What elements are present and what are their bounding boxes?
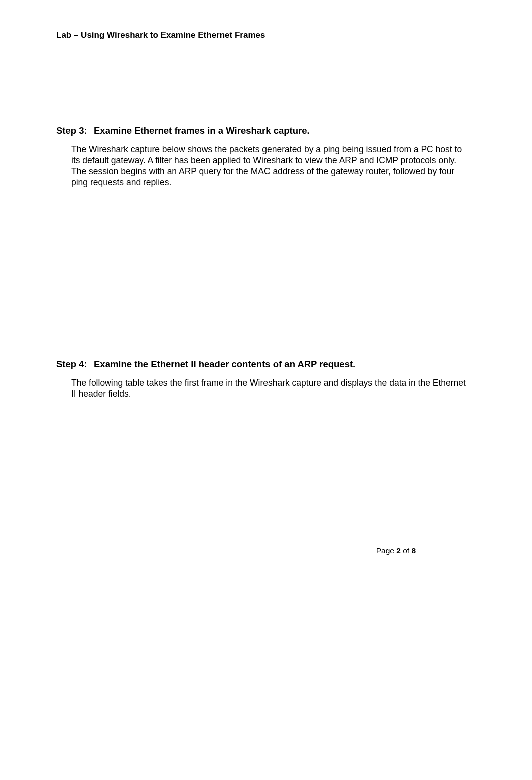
step3-label: Step 3: — [56, 125, 94, 136]
step3-body: The Wireshark capture below shows the pa… — [71, 144, 472, 188]
footer-page-current: 2 — [396, 546, 401, 555]
page-footer: Page 2 of 8 — [376, 546, 416, 555]
figure-placeholder — [56, 188, 472, 359]
step3-heading: Step 3: Examine Ethernet frames in a Wir… — [56, 125, 472, 136]
footer-prefix: Page — [376, 546, 397, 555]
page-running-header: Lab – Using Wireshark to Examine Etherne… — [56, 30, 472, 40]
footer-page-total: 8 — [411, 546, 416, 555]
document-page: Lab – Using Wireshark to Examine Etherne… — [0, 0, 532, 780]
step3-title: Examine Ethernet frames in a Wireshark c… — [94, 125, 310, 136]
step4-body: The following table takes the first fram… — [71, 378, 472, 400]
step4-label: Step 4: — [56, 359, 94, 370]
step4-title: Examine the Ethernet II header contents … — [94, 359, 355, 370]
step4-heading: Step 4: Examine the Ethernet II header c… — [56, 359, 472, 370]
footer-of: of — [401, 546, 412, 555]
